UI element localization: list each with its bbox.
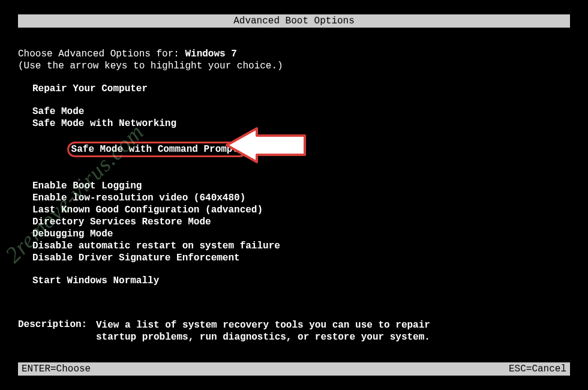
menu-ds-restore[interactable]: Directory Services Restore Mode bbox=[18, 216, 570, 228]
hint-line: (Use the arrow keys to highlight your ch… bbox=[18, 60, 570, 72]
description-row: Description: View a list of system recov… bbox=[18, 319, 570, 343]
menu-start-normally[interactable]: Start Windows Normally bbox=[18, 275, 570, 287]
page-title: Advanced Boot Options bbox=[233, 16, 355, 26]
menu-debugging[interactable]: Debugging Mode bbox=[18, 228, 570, 240]
footer-bar: ENTER=Choose ESC=Cancel bbox=[18, 362, 570, 376]
menu-low-res[interactable]: Enable low-resolution video (640x480) bbox=[18, 192, 570, 204]
menu-safe-mode-cmd[interactable]: Safe Mode with Command Prompt bbox=[67, 142, 247, 157]
menu-repair[interactable]: Repair Your Computer bbox=[18, 83, 570, 95]
os-name: Windows 7 bbox=[185, 49, 236, 59]
footer-esc: ESC=Cancel bbox=[509, 364, 566, 374]
menu-safe-mode-cmd-row[interactable]: Safe Mode with Command Prompt bbox=[18, 130, 570, 169]
boot-menu-content: Choose Advanced Options for: Windows 7 (… bbox=[18, 48, 570, 343]
choose-line: Choose Advanced Options for: Windows 7 bbox=[18, 48, 570, 60]
menu-no-sig-enforce[interactable]: Disable Driver Signature Enforcement bbox=[18, 252, 570, 264]
menu-safe-mode-networking[interactable]: Safe Mode with Networking bbox=[18, 118, 570, 130]
menu-last-known[interactable]: Last Known Good Configuration (advanced) bbox=[18, 204, 570, 216]
description-text: View a list of system recovery tools you… bbox=[96, 319, 570, 343]
menu-boot-logging[interactable]: Enable Boot Logging bbox=[18, 180, 570, 192]
title-bar: Advanced Boot Options bbox=[18, 14, 570, 28]
description-label: Description: bbox=[18, 319, 96, 343]
footer-enter: ENTER=Choose bbox=[22, 364, 91, 374]
menu-no-auto-restart[interactable]: Disable automatic restart on system fail… bbox=[18, 240, 570, 252]
menu-safe-mode[interactable]: Safe Mode bbox=[18, 106, 570, 118]
